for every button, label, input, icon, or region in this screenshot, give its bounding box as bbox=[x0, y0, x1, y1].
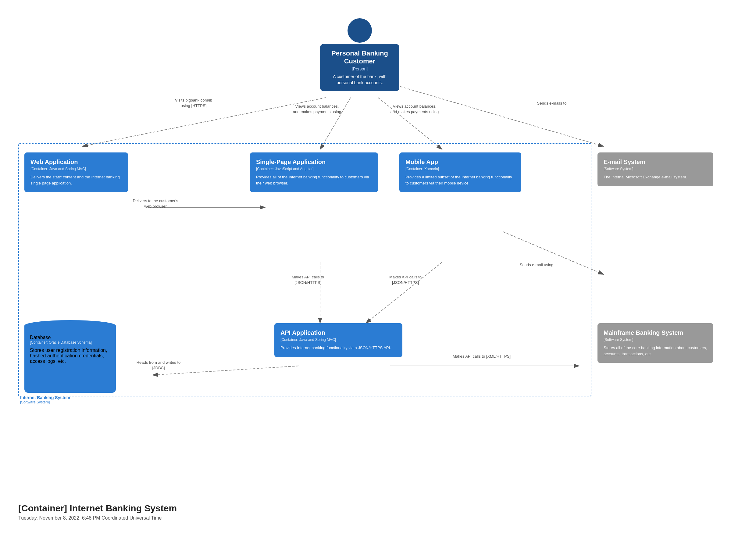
footer-subtitle: Tuesday, November 8, 2022, 6:48 PM Coord… bbox=[18, 515, 177, 521]
diagram: Personal Banking Customer [Person] A cus… bbox=[0, 0, 756, 533]
spa-title: Single-Page Application bbox=[256, 158, 372, 166]
email-system-node: E-mail System [Software System] The inte… bbox=[598, 153, 713, 186]
label-api-xml: Makes API calls to [XML/HTTPS] bbox=[451, 354, 512, 359]
label-reads-writes: Reads from and writes to [JDBC] bbox=[131, 360, 186, 371]
email-type: [Software System] bbox=[604, 167, 707, 171]
label-views1: Views account balances, and makes paymen… bbox=[293, 104, 341, 115]
web-app-node: Web Application [Container: Java and Spr… bbox=[24, 153, 128, 192]
label-sends-email-using: Sends e-mail using bbox=[512, 262, 561, 268]
mobile-desc: Provides a limited subset of the Interne… bbox=[405, 174, 515, 186]
api-title: API Application bbox=[281, 329, 396, 336]
db-title: Database bbox=[30, 335, 110, 340]
footer-title: [Container] Internet Banking System bbox=[18, 503, 177, 514]
db-top-ellipse bbox=[24, 320, 116, 331]
mainframe-title: Mainframe Banking System bbox=[604, 329, 707, 336]
label-views2: Views account balances, and makes paymen… bbox=[390, 104, 439, 115]
mobile-app-node: Mobile App [Container: Xamarin] Provides… bbox=[399, 153, 521, 192]
mainframe-desc: Stores all of the core banking informati… bbox=[604, 345, 707, 357]
web-app-type: [Container: Java and Spring MVC] bbox=[31, 167, 122, 171]
mainframe-type: [Software System] bbox=[604, 338, 707, 342]
db-desc: Stores user registration information, ha… bbox=[30, 348, 110, 364]
label-api-calls2: Makes API calls to [JSON/HTTPS] bbox=[378, 274, 433, 285]
spa-type: [Container: JavaScript and Angular] bbox=[256, 167, 372, 171]
arrow-person-email bbox=[396, 85, 604, 146]
person-head bbox=[347, 18, 372, 43]
label-api-calls1: Makes API calls to [JSON/HTTPS] bbox=[281, 274, 335, 285]
label-sends-email-to: Sends e-mails to bbox=[527, 100, 576, 106]
boundary-label: Internet Banking System [Software System… bbox=[20, 395, 70, 404]
label-delivers: Delivers to the customer's web browser bbox=[131, 198, 180, 209]
api-app-node: API Application [Container: Java and Spr… bbox=[274, 323, 402, 357]
spa-desc: Provides all of the Internet banking fun… bbox=[256, 174, 372, 186]
database-container: Database [Container: Oracle Database Sch… bbox=[24, 320, 116, 393]
email-desc: The internal Microsoft Exchange e-mail s… bbox=[604, 174, 707, 180]
spa-node: Single-Page Application [Container: Java… bbox=[250, 153, 378, 192]
db-body: Database [Container: Oracle Database Sch… bbox=[24, 326, 116, 393]
person-body: Personal Banking Customer [Person] A cus… bbox=[320, 44, 399, 91]
footer: [Container] Internet Banking System Tues… bbox=[18, 503, 177, 521]
person-node: Personal Banking Customer [Person] A cus… bbox=[320, 18, 399, 91]
email-title: E-mail System bbox=[604, 158, 707, 166]
api-type: [Container: Java and Spring MVC] bbox=[281, 338, 396, 342]
api-desc: Provides Internet banking functionality … bbox=[281, 345, 396, 351]
mobile-type: [Container: Xamarin] bbox=[405, 167, 515, 171]
person-desc: A customer of the bank, with personal ba… bbox=[327, 74, 392, 86]
db-type: [Container: Oracle Database Schema] bbox=[30, 340, 110, 345]
mobile-title: Mobile App bbox=[405, 158, 515, 166]
web-app-desc: Delivers the static content and the Inte… bbox=[31, 174, 122, 186]
web-app-title: Web Application bbox=[31, 158, 122, 166]
label-visits: Visits bigbank.com/ib using [HTTPS] bbox=[171, 98, 216, 109]
person-type: [Person] bbox=[327, 67, 392, 71]
mainframe-node: Mainframe Banking System [Software Syste… bbox=[598, 323, 713, 363]
person-title: Personal Banking Customer bbox=[327, 49, 392, 65]
